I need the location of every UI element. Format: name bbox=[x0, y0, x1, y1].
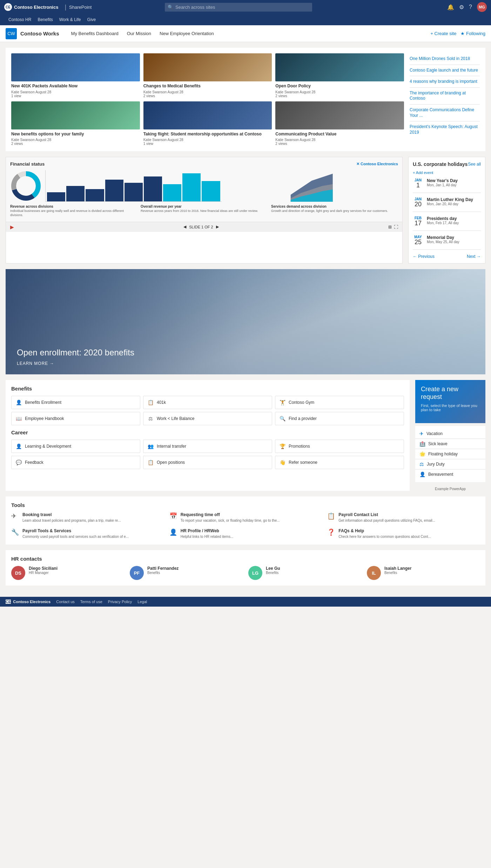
cal-next-button[interactable]: Next → bbox=[467, 254, 481, 259]
footer-privacy[interactable]: Privacy Policy bbox=[108, 600, 132, 604]
sick-leave-option[interactable]: 🏥 Sick leave bbox=[415, 439, 485, 449]
contact-name: Patti Fernandez bbox=[147, 566, 179, 571]
bar bbox=[86, 189, 104, 202]
settings-icon[interactable]: ⚙ bbox=[459, 4, 464, 11]
notification-icon[interactable]: 🔔 bbox=[447, 4, 454, 11]
tool-title: Booking travel bbox=[22, 512, 121, 517]
booking-travel-tool[interactable]: ✈ Booking travel Learn about travel poli… bbox=[11, 512, 164, 523]
ppt-view-controls: ⊞ ⛶ bbox=[388, 225, 398, 229]
news-item[interactable]: Changes to Medical Benefits Katie Swanso… bbox=[143, 53, 272, 98]
nav-give[interactable]: Give bbox=[85, 16, 99, 24]
contact-item[interactable]: IL Isaiah Langer Benefits bbox=[367, 566, 480, 580]
news-item[interactable]: Open Door Policy Katie Swanson August 28… bbox=[275, 53, 404, 98]
contoso-gym-link[interactable]: 🏋 Contoso Gym bbox=[275, 396, 404, 409]
payroll-tools-tool[interactable]: 🔧 Payroll Tools & Services Commonly used… bbox=[11, 528, 164, 539]
news-item[interactable]: New 401K Packets Available Now Katie Swa… bbox=[11, 53, 140, 98]
promotions-link[interactable]: 🏆 Promotions bbox=[275, 440, 404, 453]
link-icon: 📋 bbox=[147, 459, 154, 466]
ppt-prev-slide[interactable]: ◀ bbox=[183, 225, 186, 229]
ppt-play-icon[interactable]: ▶ bbox=[10, 224, 14, 230]
footer-logo: CE Contoso Electronics bbox=[6, 600, 51, 604]
avatar[interactable]: MG bbox=[477, 2, 487, 12]
cal-add-event[interactable]: + Add event bbox=[413, 171, 481, 175]
link-label: Feedback bbox=[25, 460, 43, 465]
ppt-labels: Revenue across divisions Individual busi… bbox=[10, 205, 398, 217]
news-sidebar-item[interactable]: Corporate Communications Define Your ... bbox=[410, 105, 480, 121]
cal-prev-button[interactable]: ← Previous bbox=[413, 254, 435, 259]
create-request-desc: First, select the type of leave you plan… bbox=[421, 403, 480, 412]
contact-item[interactable]: LG Lee Gu Benefits bbox=[248, 566, 361, 580]
contact-item[interactable]: PF Patti Fernandez Benefits bbox=[130, 566, 243, 580]
footer-legal[interactable]: Legal bbox=[137, 600, 147, 604]
following-button[interactable]: ★ Following bbox=[460, 31, 485, 36]
link-icon: 👋 bbox=[279, 459, 286, 466]
links-left: Benefits 👤 Benefits Enrollment 📋 401k 🏋 … bbox=[6, 380, 410, 491]
find-provider-link[interactable]: 🔍 Find a provider bbox=[275, 412, 404, 425]
learning-development-link[interactable]: 👤 Learning & Development bbox=[11, 440, 140, 453]
cal-event-info: Memorial Day Mon, May 25, All day bbox=[427, 235, 459, 245]
ppt-logo: ✕ Contoso Electronics bbox=[356, 162, 398, 166]
bar bbox=[125, 183, 143, 201]
internal-transfer-link[interactable]: 👥 Internal transfer bbox=[143, 440, 272, 453]
401k-link[interactable]: 📋 401k bbox=[143, 396, 272, 409]
hr-profile-icon: 👤 bbox=[169, 528, 178, 539]
create-site-button[interactable]: + Create site bbox=[430, 31, 456, 36]
news-item[interactable]: Taking flight: Student mentorship opport… bbox=[143, 101, 272, 146]
work-life-balance-link[interactable]: ⚖ Work < Life Balance bbox=[143, 412, 272, 425]
faqs-help-tool[interactable]: ❓ FAQs & Help Check here for answers to … bbox=[327, 528, 480, 539]
payroll-contact-list-tool[interactable]: 📋 Payroll Contact List Get information a… bbox=[327, 512, 480, 523]
company-name: Contoso Electronics bbox=[14, 5, 58, 10]
ppt-next-slide[interactable]: ▶ bbox=[216, 225, 219, 229]
bereavement-option[interactable]: 👤 Bereavement bbox=[415, 469, 485, 479]
ppt-label-desc: Growth and direction of orange, light gr… bbox=[271, 209, 398, 213]
site-logo[interactable]: CW Contoso Works bbox=[6, 28, 59, 39]
nav-work-life[interactable]: Work & Life bbox=[56, 16, 84, 24]
ppt-fullscreen-icon[interactable]: ⛶ bbox=[394, 225, 398, 229]
nav-benefits[interactable]: Benefits bbox=[35, 16, 55, 24]
news-title: New 401K Packets Available Now bbox=[11, 84, 140, 89]
ppt-title: Financial status bbox=[10, 161, 45, 167]
nav-my-benefits[interactable]: My Benefits Dashboard bbox=[68, 29, 122, 38]
news-sidebar-item[interactable]: One Million Drones Sold in 2018 bbox=[410, 53, 480, 65]
nav-new-employee[interactable]: New Employee Orientation bbox=[156, 29, 217, 38]
requesting-time-off-icon: 📅 bbox=[169, 512, 178, 523]
contact-item[interactable]: DS Diego Siciliani HR Manager bbox=[11, 566, 124, 580]
vacation-option[interactable]: ✈ Vacation bbox=[415, 429, 485, 439]
bar bbox=[144, 176, 162, 201]
footer-terms[interactable]: Terms of use bbox=[80, 600, 102, 604]
search-input[interactable] bbox=[165, 3, 312, 12]
link-icon: 👤 bbox=[15, 399, 22, 406]
floating-holiday-option[interactable]: 🌟 Floating holiday bbox=[415, 449, 485, 459]
nav-contoso-hr[interactable]: Contoso HR bbox=[6, 16, 34, 24]
news-sidebar-item[interactable]: Contoso Eagle launch and the future bbox=[410, 65, 480, 76]
hero-learn-more[interactable]: LEARN MORE → bbox=[17, 361, 474, 366]
cal-see-all[interactable]: See all bbox=[468, 162, 481, 167]
tools-grid: ✈ Booking travel Learn about travel poli… bbox=[11, 512, 480, 539]
news-section: New 401K Packets Available Now Katie Swa… bbox=[6, 48, 485, 151]
news-item[interactable]: Communicating Product Value Katie Swanso… bbox=[275, 101, 404, 146]
footer-contact-us[interactable]: Contact us bbox=[56, 600, 75, 604]
news-sidebar-item[interactable]: President's Keynote Speech: August 2019 bbox=[410, 121, 480, 138]
requesting-time-off-tool[interactable]: 📅 Requesting time off To report your vac… bbox=[169, 512, 322, 523]
open-positions-link[interactable]: 📋 Open positions bbox=[143, 456, 272, 469]
ppt-view-icon[interactable]: ⊞ bbox=[388, 225, 392, 229]
help-icon[interactable]: ? bbox=[469, 4, 472, 10]
app-logo[interactable]: CE Contoso Electronics bbox=[4, 3, 58, 11]
link-icon: 👥 bbox=[147, 443, 154, 450]
ppt-label-title: Services demand across division bbox=[271, 205, 398, 208]
logo-icon: CE bbox=[4, 3, 12, 11]
news-title: Changes to Medical Benefits bbox=[143, 84, 272, 89]
floating-holiday-label: Floating holiday bbox=[428, 452, 458, 456]
employee-handbook-link[interactable]: 📖 Employee Handbook bbox=[11, 412, 140, 425]
jury-duty-option[interactable]: ⚖ Jury Duty bbox=[415, 459, 485, 469]
news-sidebar-item[interactable]: The importance of branding at Contoso bbox=[410, 88, 480, 105]
refer-someone-link[interactable]: 👋 Refer someone bbox=[275, 456, 404, 469]
global-search[interactable]: 🔍 bbox=[165, 3, 312, 12]
hr-profile-tool[interactable]: 👤 HR Profile / HRWeb Helpful links to HR… bbox=[169, 528, 322, 539]
tool-title: HR Profile / HRWeb bbox=[181, 528, 234, 533]
nav-our-mission[interactable]: Our Mission bbox=[123, 29, 155, 38]
news-item[interactable]: New benefits options for your family Kat… bbox=[11, 101, 140, 146]
benefits-enrollment-link[interactable]: 👤 Benefits Enrollment bbox=[11, 396, 140, 409]
feedback-link[interactable]: 💬 Feedback bbox=[11, 456, 140, 469]
news-sidebar-item[interactable]: 4 reasons why branding is important bbox=[410, 76, 480, 88]
